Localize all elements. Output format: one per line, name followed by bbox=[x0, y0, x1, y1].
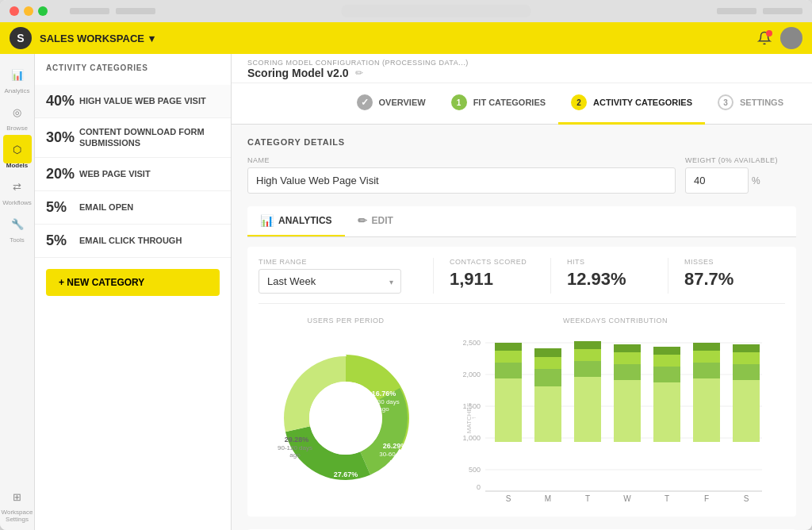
category-percent: 5% bbox=[46, 232, 79, 249]
titlebar-button-1[interactable] bbox=[717, 8, 756, 14]
donut-label-30-60: 26.29% bbox=[383, 442, 408, 450]
svg-rect-23 bbox=[495, 351, 522, 363]
donut-label-90-120: 29.28% bbox=[285, 436, 309, 444]
wizard-step-overview-label: OVERVIEW bbox=[379, 98, 426, 107]
new-category-button[interactable]: + NEW CATEGORY bbox=[46, 269, 220, 296]
svg-text:60-90 days ago: 60-90 days ago bbox=[324, 479, 368, 486]
donut-chart-title: USERS PER PERIOD bbox=[259, 317, 433, 325]
svg-rect-47 bbox=[733, 352, 760, 364]
workspace-selector[interactable]: SALES WORKSPACE ▾ bbox=[40, 33, 155, 44]
donut-chart-container: 16.76% 0 - 30 days ago 26.29% 30-60 days… bbox=[259, 331, 433, 505]
titlebar-nav-spacers bbox=[70, 8, 155, 14]
weight-field: WEIGHT (0% AVAILABLE) % bbox=[685, 156, 796, 194]
donut-label-0-30: 16.76% bbox=[372, 390, 396, 398]
time-range-label: TIME RANGE bbox=[259, 258, 433, 266]
category-name: EMAIL OPEN bbox=[79, 202, 133, 213]
svg-rect-24 bbox=[495, 343, 522, 351]
svg-rect-25 bbox=[534, 386, 561, 442]
svg-text:T: T bbox=[665, 494, 669, 503]
sidebar-item-browse[interactable]: ◎ Browse bbox=[3, 98, 32, 132]
main-window: S SALES WORKSPACE ▾ 📊 Analytics ◎ B bbox=[0, 0, 812, 530]
scoring-header: SCORING MODEL CONFIGURATION (Processing … bbox=[232, 54, 812, 83]
category-item-4[interactable]: 5% EMAIL CLICK THROUGH bbox=[35, 225, 231, 258]
time-range-select[interactable]: Last Week Last Month Last Quarter bbox=[259, 269, 401, 294]
content-area: CATEGORY DETAILS NAME WEIGHT (0% AVAILAB… bbox=[232, 125, 812, 530]
hits-stat: HITS 12.93% bbox=[550, 258, 668, 294]
edit-model-icon[interactable]: ✏ bbox=[355, 67, 363, 79]
svg-rect-33 bbox=[614, 380, 641, 442]
analytics-edit-tabs: 📊 ANALYTICS ✏ EDIT bbox=[247, 206, 796, 237]
tab-analytics[interactable]: 📊 ANALYTICS bbox=[247, 206, 345, 236]
svg-text:W: W bbox=[623, 494, 631, 503]
titlebar-right-buttons bbox=[717, 8, 802, 14]
wizard-step-settings[interactable]: 3 SETTINGS bbox=[705, 83, 796, 125]
svg-rect-27 bbox=[534, 357, 561, 369]
notifications-bell[interactable] bbox=[755, 29, 774, 48]
sidebar-item-workflows[interactable]: ⇄ Workflows bbox=[2, 172, 32, 206]
titlebar bbox=[0, 0, 812, 22]
svg-text:2,500: 2,500 bbox=[462, 339, 481, 347]
left-panel-header: ACTIVITY CATEGORIES bbox=[35, 54, 231, 85]
sidebar-item-workspace-settings[interactable]: ⊞ WorkspaceSettings bbox=[2, 482, 33, 524]
left-panel: ACTIVITY CATEGORIES 40% HIGH VALUE WEB P… bbox=[35, 54, 232, 530]
svg-rect-21 bbox=[495, 378, 522, 442]
tab-edit[interactable]: ✏ EDIT bbox=[345, 206, 406, 236]
svg-text:30-60 days: 30-60 days bbox=[379, 451, 411, 458]
svg-text:F: F bbox=[704, 494, 709, 503]
window-controls bbox=[10, 6, 48, 16]
wizard-step-fit-categories[interactable]: 1 FIT CATEGORIES bbox=[439, 83, 558, 125]
search-bar[interactable] bbox=[341, 5, 531, 17]
sidebar-item-models[interactable]: ⬡ Models bbox=[3, 135, 32, 169]
category-details-title: CATEGORY DETAILS bbox=[247, 137, 796, 147]
time-range-wrapper: Last Week Last Month Last Quarter ▾ bbox=[259, 269, 401, 294]
name-input[interactable] bbox=[247, 167, 676, 194]
svg-text:ago: ago bbox=[378, 405, 389, 413]
edit-tab-icon: ✏ bbox=[358, 214, 367, 227]
svg-rect-40 bbox=[653, 347, 680, 355]
select-dropdown-arrow: ▾ bbox=[389, 277, 393, 286]
wizard-navigation: ✓ OVERVIEW 1 FIT CATEGORIES 2 ACTIVITY C… bbox=[232, 83, 812, 125]
minimize-button[interactable] bbox=[24, 6, 33, 16]
wizard-step-activity-categories[interactable]: 2 ACTIVITY CATEGORIES bbox=[558, 83, 705, 125]
right-panel: SCORING MODEL CONFIGURATION (Processing … bbox=[232, 54, 812, 530]
weight-input[interactable] bbox=[685, 167, 749, 194]
category-item-0[interactable]: 40% HIGH VALUE WEB PAGE VISIT bbox=[35, 85, 231, 118]
svg-rect-36 bbox=[614, 344, 641, 352]
maximize-button[interactable] bbox=[38, 6, 48, 16]
workspace-dropdown-arrow: ▾ bbox=[149, 33, 155, 44]
svg-rect-29 bbox=[574, 377, 601, 442]
sidebar-item-analytics[interactable]: 📊 Analytics bbox=[3, 60, 32, 94]
svg-rect-44 bbox=[693, 343, 720, 351]
analytics-tab-icon: 📊 bbox=[260, 214, 274, 227]
svg-rect-22 bbox=[495, 363, 522, 378]
close-button[interactable] bbox=[10, 6, 19, 16]
wizard-step-activity-label: ACTIVITY CATEGORIES bbox=[593, 98, 692, 107]
sidebar-item-tools[interactable]: 🔧 Tools bbox=[3, 209, 32, 244]
category-item-2[interactable]: 20% WEB PAGE VISIT bbox=[35, 158, 231, 191]
svg-text:M: M bbox=[545, 494, 551, 503]
notification-badge bbox=[766, 30, 772, 36]
wizard-step-overview[interactable]: ✓ OVERVIEW bbox=[344, 83, 439, 125]
breadcrumb: SCORING MODEL CONFIGURATION (Processing … bbox=[247, 59, 796, 67]
svg-text:S: S bbox=[744, 494, 749, 503]
category-item-3[interactable]: 5% EMAIL OPEN bbox=[35, 191, 231, 225]
app-logo: S bbox=[10, 27, 32, 49]
contacts-scored-stat: CONTACTS SCORED 1,911 bbox=[433, 258, 550, 294]
svg-text:S: S bbox=[506, 494, 511, 503]
category-percent: 30% bbox=[46, 129, 79, 146]
svg-rect-30 bbox=[574, 361, 601, 377]
svg-rect-38 bbox=[653, 367, 680, 382]
svg-rect-32 bbox=[574, 341, 601, 349]
activity-categories-title: ACTIVITY CATEGORIES bbox=[46, 63, 220, 72]
wizard-step-fit-label: FIT CATEGORIES bbox=[473, 98, 546, 107]
svg-text:1,000: 1,000 bbox=[462, 434, 481, 442]
titlebar-button-2[interactable] bbox=[763, 8, 802, 14]
wizard-steps: ✓ OVERVIEW 1 FIT CATEGORIES 2 ACTIVITY C… bbox=[344, 83, 796, 125]
svg-rect-46 bbox=[733, 364, 760, 380]
time-range-area: TIME RANGE Last Week Last Month Last Qua… bbox=[259, 258, 433, 294]
category-item-1[interactable]: 30% CONTENT DOWNLOAD FORM SUBMISSIONS bbox=[35, 118, 231, 158]
svg-rect-42 bbox=[693, 363, 720, 378]
svg-rect-37 bbox=[653, 382, 680, 442]
user-avatar[interactable] bbox=[780, 27, 802, 49]
topbar: S SALES WORKSPACE ▾ bbox=[0, 22, 812, 54]
